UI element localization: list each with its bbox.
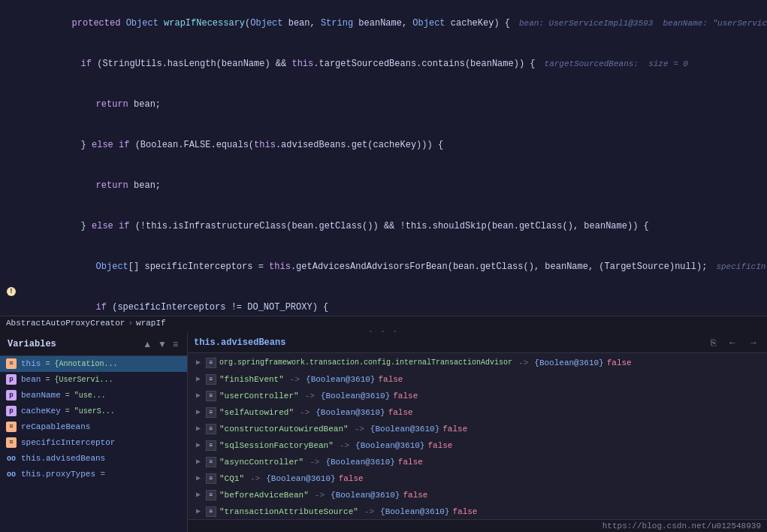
var-icon-proxytypes: oo: [6, 469, 17, 479]
var-item-recapable[interactable]: ≡ reCapableBeans: [0, 419, 187, 435]
debug-entry-1[interactable]: ▶ ≡ "finishEvent" -> {Boolean@3610} fals…: [188, 371, 767, 388]
debug-entry-2[interactable]: ▶ ≡ "userController" -> {Boolean@3610} f…: [188, 388, 767, 404]
var-icon-cachekey: p: [6, 406, 17, 416]
debug-popup-title: this.advisedBeans: [194, 337, 285, 348]
entry-val-2: false: [393, 389, 418, 403]
expand-icon-4: ▶: [194, 425, 203, 434]
entry-key-3: "selfAutowired": [219, 406, 294, 419]
var-name-bean: bean: [21, 375, 41, 384]
variables-list: ≡ this = {Annotation... p bean = {UserSe…: [0, 356, 187, 532]
debug-forward-button[interactable]: →: [746, 336, 761, 349]
entry-icon-6: ≡: [206, 457, 216, 467]
var-icon-advisedbeans: oo: [6, 453, 17, 464]
debug-entry-7[interactable]: ▶ ≡ "CQ1" -> {Boolean@3610} false: [188, 470, 767, 487]
var-icon-bean: p: [6, 374, 17, 385]
code-content-7: Object[] specificInterceptors = this.get…: [23, 246, 767, 287]
debug-entry-6[interactable]: ▶ ≡ "asyncController" -> {Boolean@3610} …: [188, 454, 767, 470]
entry-icon-5: ≡: [206, 440, 216, 451]
entry-key-0: org.springframework.transaction.config.i…: [219, 356, 512, 370]
entry-key-5: "sqlSessionFactoryBean": [219, 439, 334, 452]
entry-arrow-2: ->: [305, 389, 315, 403]
code-content-6: } else if (!this.isInfrastructureClass(b…: [23, 206, 767, 246]
breadcrumb-part1[interactable]: AbstractAutoProxyCreator: [6, 319, 125, 328]
entry-arrow-4: ->: [355, 422, 364, 436]
var-icon-list: ≡: [6, 358, 17, 369]
entry-arrow-7: ->: [250, 472, 260, 485]
entry-val-7: false: [339, 472, 364, 485]
var-filter-button[interactable]: ≡: [171, 337, 180, 351]
var-item-this[interactable]: ≡ this = {Annotation...: [0, 356, 187, 372]
debug-entry-0[interactable]: ▶ ≡ org.springframework.transaction.conf…: [188, 355, 767, 371]
code-line-2: if (StringUtils.hasLength(beanName) && t…: [0, 44, 767, 84]
var-icon-recapable: ≡: [6, 422, 17, 432]
bottom-panel: Variables ▲ ▼ ≡ ≡ this = {Annotation... …: [0, 333, 767, 532]
entry-val-6: false: [398, 455, 423, 469]
entry-type-0: {Boolean@3610}: [534, 356, 603, 370]
entry-key-6: "asyncController": [219, 455, 303, 469]
var-up-button[interactable]: ▲: [141, 337, 153, 351]
code-content-3: return bean;: [23, 84, 767, 125]
debug-entry-3[interactable]: ▶ ≡ "selfAutowired" -> {Boolean@3610} fa…: [188, 404, 767, 421]
code-line-5: return bean;: [0, 165, 767, 206]
debug-back-button[interactable]: ←: [725, 336, 740, 349]
var-item-cachekey[interactable]: p cacheKey = "userS...: [0, 404, 187, 419]
entry-key-7: "CQ1": [219, 472, 244, 485]
debug-popup: this.advisedBeans ⎘ ← → ▶ ≡ org.springfr…: [188, 333, 767, 532]
expand-icon-3: ▶: [194, 408, 203, 417]
entry-icon-4: ≡: [206, 424, 216, 434]
warning-icon: !: [7, 287, 16, 296]
entry-arrow-8: ->: [315, 488, 325, 502]
entry-icon-7: ≡: [206, 473, 216, 484]
entry-key-4: "constructorAutowiredBean": [219, 422, 349, 436]
debug-copy-button[interactable]: ⎘: [708, 336, 719, 349]
var-item-specificinterceptor[interactable]: ≡ specificInterceptor: [0, 435, 187, 451]
entry-type-6: {Boolean@3610}: [325, 455, 394, 469]
var-name-cachekey: cacheKey: [21, 407, 61, 416]
entry-type-9: {Boolean@3610}: [380, 505, 449, 518]
editor-area: protected Object wrapIfNecessary(Object …: [0, 0, 767, 316]
var-item-beanname[interactable]: p beanName = "use...: [0, 388, 187, 404]
url-text: https://blog.csdn.net/u012548939: [602, 521, 761, 530]
code-lines: protected Object wrapIfNecessary(Object …: [0, 0, 767, 316]
var-item-proxytypes[interactable]: oo this.proxyTypes =: [0, 467, 187, 482]
entry-arrow-6: ->: [310, 455, 319, 469]
entry-key-1: "finishEvent": [219, 373, 284, 386]
debug-entry-5[interactable]: ▶ ≡ "sqlSessionFactoryBean" -> {Boolean@…: [188, 437, 767, 454]
debug-entry-4[interactable]: ▶ ≡ "constructorAutowiredBean" -> {Boole…: [188, 421, 767, 437]
var-name-this: this: [21, 359, 41, 368]
entry-arrow-0: ->: [518, 356, 528, 370]
breadcrumb-sep: ›: [128, 319, 133, 328]
entry-val-5: false: [427, 439, 452, 452]
var-name-beanname: beanName: [21, 391, 61, 400]
debug-entry-8[interactable]: ▶ ≡ "beforeAdviceBean" -> {Boolean@3610}…: [188, 487, 767, 503]
entry-icon-2: ≡: [206, 391, 216, 401]
breadcrumb-part2[interactable]: wrapIf: [136, 319, 166, 328]
entry-type-5: {Boolean@3610}: [355, 439, 424, 452]
debug-popup-toolbar: ⎘ ← →: [708, 336, 761, 349]
code-content-8: if (specificInterceptors != DO_NOT_PROXY…: [23, 287, 767, 316]
line1-hint: bean: UserServiceImpl1@3593 beanName: "u…: [519, 19, 767, 28]
keyword: protected: [72, 18, 126, 29]
expand-icon-1: ▶: [194, 375, 203, 384]
var-item-advisedbeans[interactable]: oo this.advisedBeans: [0, 451, 187, 467]
debug-entries: ▶ ≡ org.springframework.transaction.conf…: [188, 353, 767, 519]
code-content-1: protected Object wrapIfNecessary(Object …: [23, 3, 767, 44]
entry-icon-1: ≡: [206, 374, 216, 385]
entry-key-8: "beforeAdviceBean": [219, 488, 309, 502]
entry-icon-0: ≡: [206, 358, 216, 368]
var-name-proxytypes: this.proxyTypes =: [21, 470, 105, 479]
var-item-bean[interactable]: p bean = {UserServi...: [0, 372, 187, 388]
var-down-button[interactable]: ▼: [156, 337, 168, 351]
variables-title: Variables: [8, 339, 56, 349]
expand-icon-9: ▶: [194, 507, 203, 516]
entry-type-2: {Boolean@3610}: [321, 389, 390, 403]
entry-icon-9: ≡: [206, 506, 216, 517]
line7-hint: specificInterceptors: ...: [716, 262, 767, 271]
code-line-8: ! if (specificInterceptors != DO_NOT_PRO…: [0, 287, 767, 316]
entry-type-4: {Boolean@3610}: [370, 422, 439, 436]
expand-icon-2: ▶: [194, 391, 203, 401]
gutter-8: !: [0, 287, 23, 296]
var-toolbar: ▲ ▼ ≡: [141, 337, 180, 351]
debug-entry-9[interactable]: ▶ ≡ "transactionAttributeSource" -> {Boo…: [188, 503, 767, 519]
expand-icon-0: ▶: [194, 358, 203, 367]
